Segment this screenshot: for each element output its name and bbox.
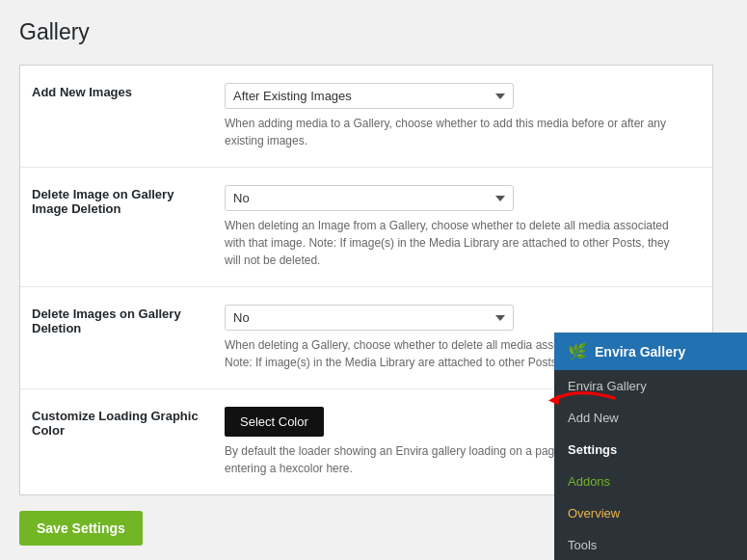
envira-menu-item-add-new[interactable]: Add New (554, 402, 747, 434)
select-delete-images-deletion[interactable]: No Yes (225, 305, 514, 331)
label-delete-images-deletion: Delete Images on Gallery Deletion (32, 305, 225, 335)
select-add-new-images[interactable]: After Existing Images Before Existing Im… (225, 83, 514, 109)
envira-menu-item-tools[interactable]: Tools (554, 529, 747, 560)
select-delete-image-deletion[interactable]: No Yes (225, 185, 514, 211)
label-add-new-images: Add New Images (32, 83, 225, 99)
save-settings-button[interactable]: Save Settings (19, 511, 143, 546)
control-add-new-images: After Existing Images Before Existing Im… (225, 83, 701, 149)
row-delete-image-deletion: Delete Image on Gallery Image Deletion N… (20, 168, 712, 287)
envira-menu-item-settings[interactable]: Settings (554, 434, 747, 466)
label-customize-loading-color: Customize Loading Graphic Color (32, 407, 225, 438)
page-title: Gallery (19, 19, 728, 45)
row-add-new-images: Add New Images After Existing Images Bef… (20, 66, 712, 168)
label-delete-image-deletion: Delete Image on Gallery Image Deletion (32, 185, 225, 216)
envira-menu-item-addons[interactable]: Addons (554, 466, 747, 497)
envira-menu-item-overview[interactable]: Overview (554, 497, 747, 529)
envira-menu-header: 🌿 Envira Gallery (554, 333, 747, 370)
envira-leaf-icon: 🌿 (568, 342, 587, 360)
envira-menu-item-gallery[interactable]: Envira Gallery (554, 370, 747, 402)
envira-menu-title: Envira Gallery (595, 344, 685, 360)
desc-add-new-images: When adding media to a Gallery, choose w… (225, 115, 687, 149)
envira-gallery-menu: 🌿 Envira Gallery Envira Gallery Add New … (554, 333, 747, 560)
select-color-button[interactable]: Select Color (225, 407, 324, 437)
control-delete-image-deletion: No Yes When deleting an Image from a Gal… (225, 185, 701, 269)
desc-delete-image-deletion: When deleting an Image from a Gallery, c… (225, 217, 687, 269)
